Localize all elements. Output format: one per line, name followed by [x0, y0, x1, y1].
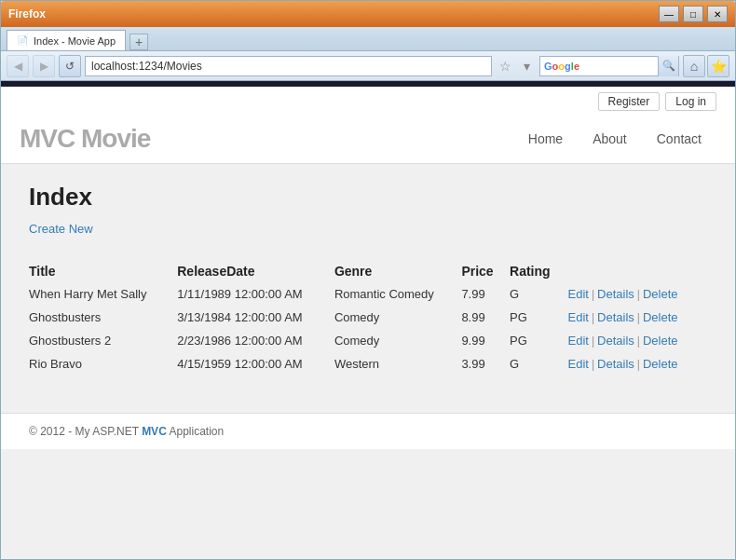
- minimize-button[interactable]: —: [659, 6, 679, 22]
- table-body: When Harry Met Sally1/11/1989 12:00:00 A…: [29, 282, 707, 376]
- active-tab[interactable]: 📄 Index - Movie App: [7, 30, 126, 50]
- action-separator: |: [591, 311, 595, 324]
- cell-release-date: 2/23/1986 12:00:00 AM: [177, 329, 334, 352]
- table-row: Ghostbusters3/13/1984 12:00:00 AMComedy8…: [29, 306, 707, 329]
- search-box[interactable]: Google 🔍: [539, 56, 679, 76]
- cell-actions: Edit | Details | Delete: [568, 329, 707, 352]
- cell-title: Ghostbusters 2: [29, 329, 177, 352]
- cell-rating: G: [510, 282, 568, 306]
- action-edit-link[interactable]: Edit: [568, 287, 589, 301]
- cell-actions: Edit | Details | Delete: [568, 352, 707, 376]
- page-title: Index: [29, 183, 707, 212]
- action-separator: |: [591, 288, 595, 301]
- google-logo: Google: [540, 61, 583, 72]
- col-actions: [568, 260, 707, 282]
- address-bar[interactable]: [85, 56, 492, 76]
- cell-title: Ghostbusters: [29, 306, 177, 329]
- register-button[interactable]: Register: [598, 92, 661, 111]
- table-row: Rio Bravo4/15/1959 12:00:00 AMWestern3.9…: [29, 352, 707, 376]
- cell-rating: G: [510, 352, 568, 376]
- site-header: Register Log in MVC Movie Home About Con…: [1, 87, 735, 164]
- cell-title: Rio Bravo: [29, 352, 177, 376]
- cell-price: 8.99: [461, 306, 510, 329]
- search-go-button[interactable]: 🔍: [658, 56, 678, 76]
- cell-genre: Comedy: [334, 329, 462, 352]
- back-button[interactable]: ◀: [7, 55, 29, 77]
- nav-home[interactable]: Home: [513, 131, 578, 146]
- cell-title: When Harry Met Sally: [29, 282, 177, 306]
- action-separator: |: [591, 335, 595, 348]
- brand: MVC Movie: [20, 124, 150, 154]
- site-footer: © 2012 - My ASP.NET MVC Application: [1, 413, 735, 449]
- cell-price: 3.99: [461, 352, 510, 376]
- main-content: Index Create New Title ReleaseDate Genre…: [1, 164, 735, 394]
- title-bar: Firefox — □ ✕: [1, 1, 735, 27]
- bookmark-down-icon[interactable]: ▾: [517, 56, 536, 76]
- bookmarks-button[interactable]: ⭐: [707, 55, 729, 77]
- action-delete-link[interactable]: Delete: [643, 287, 678, 301]
- table-header: Title ReleaseDate Genre Price Rating: [29, 260, 707, 282]
- action-delete-link[interactable]: Delete: [643, 310, 678, 324]
- table-row: When Harry Met Sally1/11/1989 12:00:00 A…: [29, 282, 707, 306]
- action-details-link[interactable]: Details: [597, 357, 634, 371]
- cell-price: 9.99: [461, 329, 510, 352]
- app-name: Firefox: [8, 7, 46, 20]
- action-separator: |: [636, 288, 641, 301]
- action-separator: |: [591, 358, 595, 371]
- page-wrapper: Register Log in MVC Movie Home About Con…: [1, 87, 735, 559]
- tab-bar: 📄 Index - Movie App +: [1, 27, 735, 51]
- create-new-link[interactable]: Create New: [29, 222, 93, 236]
- action-links: Edit | Details | Delete: [568, 287, 698, 301]
- action-links: Edit | Details | Delete: [568, 334, 698, 348]
- nav-about[interactable]: About: [578, 131, 642, 146]
- cell-price: 7.99: [461, 282, 510, 306]
- reload-button[interactable]: ↺: [59, 55, 81, 77]
- action-links: Edit | Details | Delete: [568, 357, 698, 371]
- header-top: Register Log in: [20, 87, 716, 116]
- col-rating: Rating: [510, 260, 568, 282]
- new-tab-button[interactable]: +: [129, 34, 148, 50]
- header-row: Title ReleaseDate Genre Price Rating: [29, 260, 707, 282]
- window-controls: — □ ✕: [659, 6, 728, 22]
- home-button[interactable]: ⌂: [683, 55, 705, 77]
- action-separator: |: [636, 358, 641, 371]
- forward-button[interactable]: ▶: [33, 55, 55, 77]
- cell-genre: Romantic Comedy: [334, 282, 462, 306]
- cell-actions: Edit | Details | Delete: [568, 306, 707, 329]
- login-button[interactable]: Log in: [665, 92, 716, 111]
- nav-bar: ◀ ▶ ↺ ☆ ▾ Google 🔍 ⌂ ⭐: [1, 51, 735, 81]
- action-edit-link[interactable]: Edit: [568, 357, 589, 371]
- action-details-link[interactable]: Details: [597, 334, 634, 348]
- maximize-button[interactable]: □: [683, 6, 703, 22]
- tab-title: Index - Movie App: [34, 35, 116, 47]
- cell-genre: Western: [334, 352, 462, 376]
- table-row: Ghostbusters 22/23/1986 12:00:00 AMComed…: [29, 329, 707, 352]
- cell-release-date: 1/11/1989 12:00:00 AM: [177, 282, 334, 306]
- tab-favicon-icon: 📄: [17, 35, 28, 46]
- nav-contact[interactable]: Contact: [642, 131, 716, 146]
- footer-mvc: MVC: [142, 425, 167, 438]
- action-separator: |: [636, 311, 641, 324]
- close-button[interactable]: ✕: [707, 6, 728, 22]
- col-title: Title: [29, 260, 177, 282]
- search-input[interactable]: [583, 60, 658, 73]
- cell-release-date: 3/13/1984 12:00:00 AM: [177, 306, 334, 329]
- nav-icons: ☆ ▾: [496, 56, 536, 76]
- action-details-link[interactable]: Details: [597, 310, 634, 324]
- action-separator: |: [636, 335, 641, 348]
- action-delete-link[interactable]: Delete: [643, 334, 678, 348]
- action-details-link[interactable]: Details: [597, 287, 634, 301]
- action-edit-link[interactable]: Edit: [568, 334, 589, 348]
- cell-release-date: 4/15/1959 12:00:00 AM: [177, 352, 334, 376]
- cell-rating: PG: [510, 306, 568, 329]
- cell-genre: Comedy: [334, 306, 462, 329]
- bookmark-star-icon[interactable]: ☆: [496, 56, 514, 76]
- action-edit-link[interactable]: Edit: [568, 310, 589, 324]
- footer-text-suffix: Application: [167, 425, 224, 438]
- movie-table: Title ReleaseDate Genre Price Rating Whe…: [29, 260, 707, 376]
- header-nav: MVC Movie Home About Contact: [20, 116, 716, 163]
- toolbar-right: ⌂ ⭐: [683, 55, 729, 77]
- action-delete-link[interactable]: Delete: [643, 357, 678, 371]
- cell-actions: Edit | Details | Delete: [568, 282, 707, 306]
- footer-text-prefix: © 2012 - My ASP.NET: [29, 425, 142, 438]
